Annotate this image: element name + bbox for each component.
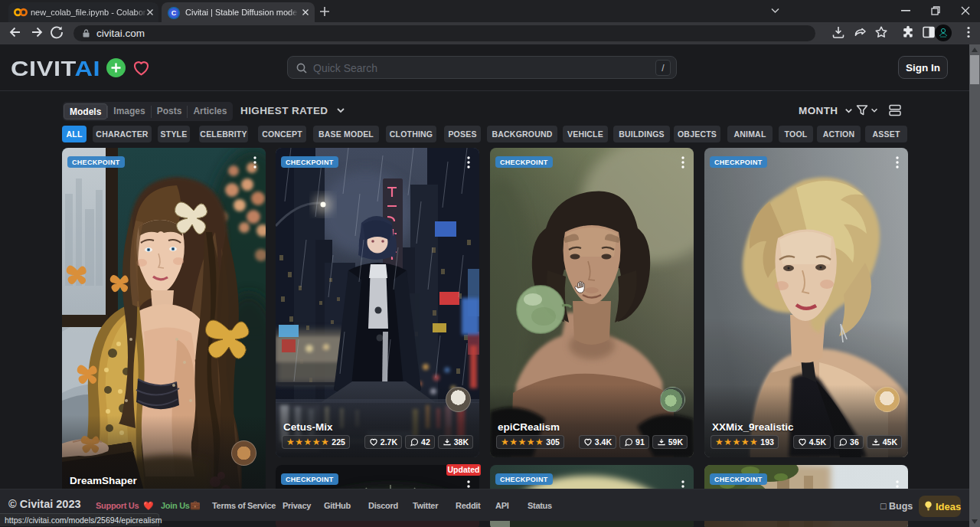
svg-text:C: C [172, 9, 177, 17]
